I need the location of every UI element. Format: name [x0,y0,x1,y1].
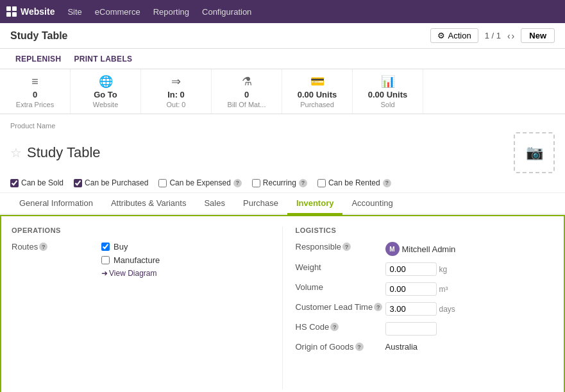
product-title-row: ☆ Study Table 📷 [10,132,555,173]
help-icon: ? [299,179,307,187]
arrow-right-icon: ⇒ [171,74,181,89]
globe-icon: 🌐 [99,74,113,89]
lead-time-input[interactable] [385,302,437,316]
route-buy-checkbox[interactable] [101,243,110,251]
next-button[interactable]: › [512,31,515,41]
volume-field: Volume m³ [296,282,554,296]
routes-label: Routes ? [12,242,101,251]
units-purchased-stat[interactable]: 💳 0.00 Units Purchased [282,69,353,114]
chart-icon: 📊 [381,74,395,89]
lead-time-help-icon: ? [374,303,382,311]
logistics-section: LOGISTICS Responsible ? M Mitchell Admin… [283,226,554,389]
hs-code-label: HS Code ? [296,322,385,332]
pagination: 1 / 1 [485,31,501,40]
weight-value: kg [385,262,448,276]
product-name: Study Table [27,144,101,161]
volume-unit: m³ [439,285,448,294]
origin-help-icon: ? [355,343,364,351]
action-button[interactable]: ⚙ Action [430,28,478,43]
units-sold-stat[interactable]: 📊 0.00 Units Sold [353,69,423,114]
origin-text: Australia [385,342,418,352]
can-be-rented-checkbox[interactable]: Can be Rented ? [317,178,391,187]
breadcrumb-bar: Study Table ⚙ Action 1 / 1 ‹ › New [0,23,565,49]
favorite-icon[interactable]: ☆ [10,145,22,160]
responsible-name: Mitchell Admin [402,244,456,254]
new-button[interactable]: New [521,28,555,43]
arrow-icon: ➜ [101,269,108,278]
card-icon: 💳 [310,74,325,89]
replenish-button[interactable]: REPLENISH [10,52,66,66]
nav-site[interactable]: Site [67,7,81,17]
checkboxes-row: Can be Sold Can be Purchased Can be Expe… [0,173,565,193]
inventory-tab-content: OPERATIONS Routes ? Buy Manufacture ➜ Vi… [0,215,565,392]
can-be-sold-checkbox[interactable]: Can be Sold [10,178,63,187]
hs-code-input[interactable] [385,322,437,336]
avatar: M [385,242,400,256]
route-manufacture-label: Manufacture [114,255,160,265]
weight-field: Weight kg [296,262,554,276]
weight-input[interactable] [385,262,437,276]
in-out-stat[interactable]: ⇒ In: 0 Out: 0 [141,69,212,114]
tab-general-information[interactable]: General Information [10,193,102,215]
tabs-row: General Information Attributes & Variant… [0,193,565,215]
route-buy-label: Buy [114,242,128,251]
print-labels-button[interactable]: PRINT LABELS [69,52,137,66]
app-name: Website [21,6,55,17]
route-manufacture: Manufacture [101,255,160,265]
product-name-label: Product Name [10,122,555,130]
tab-accounting[interactable]: Accounting [342,193,401,215]
responsible-field: Responsible ? M Mitchell Admin [296,242,554,256]
nav-ecommerce[interactable]: eCommerce [95,7,140,17]
page-title: Study Table [10,30,68,42]
route-manufacture-checkbox[interactable] [101,256,110,264]
can-be-purchased-checkbox[interactable]: Can be Purchased [74,178,148,187]
tab-attributes-variants[interactable]: Attributes & Variants [102,193,196,215]
weight-label: Weight [296,262,385,272]
view-diagram-link[interactable]: ➜ View Diagram [101,269,160,278]
volume-value: m³ [385,282,448,296]
lead-time-value: days [385,302,455,316]
product-image[interactable]: 📷 [514,132,555,173]
header-controls: ⚙ Action 1 / 1 ‹ › New [430,28,555,43]
routes-field: Routes ? Buy Manufacture ➜ View Diagram [12,242,269,278]
origin-field: Origin of Goods ? Australia [296,342,554,352]
action-bar: REPLENISH PRINT LABELS [0,49,565,69]
nav-reporting[interactable]: Reporting [153,7,189,17]
origin-value: Australia [385,342,418,352]
responsible-help-icon: ? [342,243,351,251]
can-be-expensed-checkbox[interactable]: Can be Expensed ? [158,178,241,187]
help-icon: ? [383,179,391,187]
app-logo[interactable]: Website [6,6,55,17]
top-navigation: Website Site eCommerce Reporting Configu… [0,0,565,23]
responsible-value: M Mitchell Admin [385,242,456,256]
help-icon: ? [233,179,242,187]
volume-input[interactable] [385,282,437,296]
tab-sales[interactable]: Sales [195,193,234,215]
product-title: ☆ Study Table [10,144,101,161]
recurring-checkbox[interactable]: Recurring ? [252,178,307,187]
routes-options: Buy Manufacture ➜ View Diagram [101,242,160,278]
hs-code-help-icon: ? [330,323,339,331]
gear-icon: ⚙ [437,31,445,40]
tab-inventory[interactable]: Inventory [287,193,343,215]
weight-unit: kg [439,265,448,274]
responsible-label: Responsible ? [296,242,385,251]
nav-configuration[interactable]: Configuration [202,7,251,17]
flask-icon: ⚗ [242,74,252,89]
prev-button[interactable]: ‹ [507,31,510,41]
routes-help-icon: ? [39,243,47,251]
origin-label: Origin of Goods ? [296,342,385,352]
goto-website-stat[interactable]: 🌐 Go To Website [71,69,141,114]
tab-purchase[interactable]: Purchase [234,193,287,215]
list-icon: ≡ [31,75,38,89]
stats-bar: ≡ 0 Extra Prices 🌐 Go To Website ⇒ In: 0… [0,69,565,114]
extra-prices-stat[interactable]: ≡ 0 Extra Prices [0,69,71,114]
bom-stat[interactable]: ⚗ 0 Bill Of Mat... [212,69,282,114]
operations-title: OPERATIONS [12,226,269,234]
lead-time-unit: days [439,305,455,314]
volume-label: Volume [296,282,385,292]
nav-arrows: ‹ › [507,31,514,41]
route-buy: Buy [101,242,160,251]
logistics-title: LOGISTICS [296,226,554,234]
operations-section: OPERATIONS Routes ? Buy Manufacture ➜ Vi… [12,226,283,389]
